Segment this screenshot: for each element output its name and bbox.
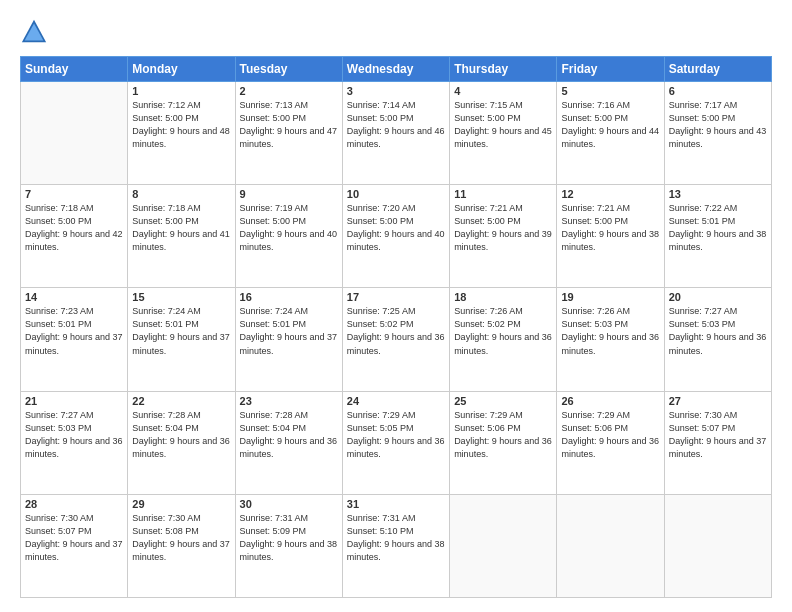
weekday-header: Tuesday [235,57,342,82]
day-info: Sunrise: 7:30 AM Sunset: 5:07 PM Dayligh… [25,512,123,564]
day-info: Sunrise: 7:25 AM Sunset: 5:02 PM Dayligh… [347,305,445,357]
weekday-header: Friday [557,57,664,82]
calendar-cell: 2Sunrise: 7:13 AM Sunset: 5:00 PM Daylig… [235,82,342,185]
day-number: 19 [561,291,659,303]
calendar-cell: 23Sunrise: 7:28 AM Sunset: 5:04 PM Dayli… [235,391,342,494]
day-info: Sunrise: 7:13 AM Sunset: 5:00 PM Dayligh… [240,99,338,151]
weekday-header: Saturday [664,57,771,82]
day-number: 1 [132,85,230,97]
page: SundayMondayTuesdayWednesdayThursdayFrid… [0,0,792,612]
day-number: 13 [669,188,767,200]
day-info: Sunrise: 7:29 AM Sunset: 5:06 PM Dayligh… [561,409,659,461]
day-number: 2 [240,85,338,97]
calendar-week-row: 1Sunrise: 7:12 AM Sunset: 5:00 PM Daylig… [21,82,772,185]
calendar-cell [21,82,128,185]
day-number: 31 [347,498,445,510]
day-number: 10 [347,188,445,200]
calendar-cell: 18Sunrise: 7:26 AM Sunset: 5:02 PM Dayli… [450,288,557,391]
calendar-cell: 19Sunrise: 7:26 AM Sunset: 5:03 PM Dayli… [557,288,664,391]
day-info: Sunrise: 7:31 AM Sunset: 5:09 PM Dayligh… [240,512,338,564]
calendar-cell: 11Sunrise: 7:21 AM Sunset: 5:00 PM Dayli… [450,185,557,288]
day-number: 21 [25,395,123,407]
calendar-cell: 1Sunrise: 7:12 AM Sunset: 5:00 PM Daylig… [128,82,235,185]
day-number: 15 [132,291,230,303]
day-number: 7 [25,188,123,200]
calendar-cell: 9Sunrise: 7:19 AM Sunset: 5:00 PM Daylig… [235,185,342,288]
day-number: 22 [132,395,230,407]
calendar-table: SundayMondayTuesdayWednesdayThursdayFrid… [20,56,772,598]
day-info: Sunrise: 7:19 AM Sunset: 5:00 PM Dayligh… [240,202,338,254]
day-info: Sunrise: 7:31 AM Sunset: 5:10 PM Dayligh… [347,512,445,564]
day-info: Sunrise: 7:24 AM Sunset: 5:01 PM Dayligh… [240,305,338,357]
day-info: Sunrise: 7:12 AM Sunset: 5:00 PM Dayligh… [132,99,230,151]
day-number: 30 [240,498,338,510]
calendar-cell: 29Sunrise: 7:30 AM Sunset: 5:08 PM Dayli… [128,494,235,597]
day-number: 16 [240,291,338,303]
day-number: 28 [25,498,123,510]
day-number: 8 [132,188,230,200]
calendar-cell: 3Sunrise: 7:14 AM Sunset: 5:00 PM Daylig… [342,82,449,185]
day-number: 25 [454,395,552,407]
calendar-week-row: 28Sunrise: 7:30 AM Sunset: 5:07 PM Dayli… [21,494,772,597]
calendar-cell: 22Sunrise: 7:28 AM Sunset: 5:04 PM Dayli… [128,391,235,494]
weekday-header: Thursday [450,57,557,82]
day-info: Sunrise: 7:15 AM Sunset: 5:00 PM Dayligh… [454,99,552,151]
calendar-cell: 20Sunrise: 7:27 AM Sunset: 5:03 PM Dayli… [664,288,771,391]
day-info: Sunrise: 7:17 AM Sunset: 5:00 PM Dayligh… [669,99,767,151]
calendar-cell: 7Sunrise: 7:18 AM Sunset: 5:00 PM Daylig… [21,185,128,288]
day-info: Sunrise: 7:18 AM Sunset: 5:00 PM Dayligh… [132,202,230,254]
day-info: Sunrise: 7:30 AM Sunset: 5:08 PM Dayligh… [132,512,230,564]
day-info: Sunrise: 7:27 AM Sunset: 5:03 PM Dayligh… [25,409,123,461]
day-info: Sunrise: 7:24 AM Sunset: 5:01 PM Dayligh… [132,305,230,357]
calendar-cell: 5Sunrise: 7:16 AM Sunset: 5:00 PM Daylig… [557,82,664,185]
day-info: Sunrise: 7:23 AM Sunset: 5:01 PM Dayligh… [25,305,123,357]
day-number: 20 [669,291,767,303]
calendar-cell: 17Sunrise: 7:25 AM Sunset: 5:02 PM Dayli… [342,288,449,391]
calendar-week-row: 14Sunrise: 7:23 AM Sunset: 5:01 PM Dayli… [21,288,772,391]
day-info: Sunrise: 7:14 AM Sunset: 5:00 PM Dayligh… [347,99,445,151]
day-info: Sunrise: 7:29 AM Sunset: 5:06 PM Dayligh… [454,409,552,461]
day-info: Sunrise: 7:22 AM Sunset: 5:01 PM Dayligh… [669,202,767,254]
day-number: 3 [347,85,445,97]
calendar-cell: 27Sunrise: 7:30 AM Sunset: 5:07 PM Dayli… [664,391,771,494]
calendar-cell: 24Sunrise: 7:29 AM Sunset: 5:05 PM Dayli… [342,391,449,494]
day-info: Sunrise: 7:21 AM Sunset: 5:00 PM Dayligh… [561,202,659,254]
day-info: Sunrise: 7:20 AM Sunset: 5:00 PM Dayligh… [347,202,445,254]
calendar-cell [664,494,771,597]
day-number: 11 [454,188,552,200]
day-number: 18 [454,291,552,303]
logo [20,18,52,46]
weekday-header: Monday [128,57,235,82]
calendar-cell: 26Sunrise: 7:29 AM Sunset: 5:06 PM Dayli… [557,391,664,494]
calendar-cell: 13Sunrise: 7:22 AM Sunset: 5:01 PM Dayli… [664,185,771,288]
day-number: 26 [561,395,659,407]
day-number: 17 [347,291,445,303]
day-info: Sunrise: 7:29 AM Sunset: 5:05 PM Dayligh… [347,409,445,461]
calendar-cell: 14Sunrise: 7:23 AM Sunset: 5:01 PM Dayli… [21,288,128,391]
day-number: 27 [669,395,767,407]
weekday-header: Sunday [21,57,128,82]
day-number: 4 [454,85,552,97]
calendar-cell [450,494,557,597]
day-info: Sunrise: 7:26 AM Sunset: 5:03 PM Dayligh… [561,305,659,357]
calendar-cell: 16Sunrise: 7:24 AM Sunset: 5:01 PM Dayli… [235,288,342,391]
calendar-cell: 25Sunrise: 7:29 AM Sunset: 5:06 PM Dayli… [450,391,557,494]
day-number: 14 [25,291,123,303]
day-info: Sunrise: 7:18 AM Sunset: 5:00 PM Dayligh… [25,202,123,254]
calendar-cell: 12Sunrise: 7:21 AM Sunset: 5:00 PM Dayli… [557,185,664,288]
logo-icon [20,18,48,46]
calendar-cell: 21Sunrise: 7:27 AM Sunset: 5:03 PM Dayli… [21,391,128,494]
day-info: Sunrise: 7:28 AM Sunset: 5:04 PM Dayligh… [132,409,230,461]
day-info: Sunrise: 7:26 AM Sunset: 5:02 PM Dayligh… [454,305,552,357]
calendar-cell: 28Sunrise: 7:30 AM Sunset: 5:07 PM Dayli… [21,494,128,597]
day-info: Sunrise: 7:30 AM Sunset: 5:07 PM Dayligh… [669,409,767,461]
day-number: 29 [132,498,230,510]
calendar-cell: 31Sunrise: 7:31 AM Sunset: 5:10 PM Dayli… [342,494,449,597]
calendar-cell: 30Sunrise: 7:31 AM Sunset: 5:09 PM Dayli… [235,494,342,597]
day-number: 6 [669,85,767,97]
day-info: Sunrise: 7:16 AM Sunset: 5:00 PM Dayligh… [561,99,659,151]
calendar-cell: 4Sunrise: 7:15 AM Sunset: 5:00 PM Daylig… [450,82,557,185]
calendar-cell: 15Sunrise: 7:24 AM Sunset: 5:01 PM Dayli… [128,288,235,391]
day-number: 24 [347,395,445,407]
day-number: 9 [240,188,338,200]
